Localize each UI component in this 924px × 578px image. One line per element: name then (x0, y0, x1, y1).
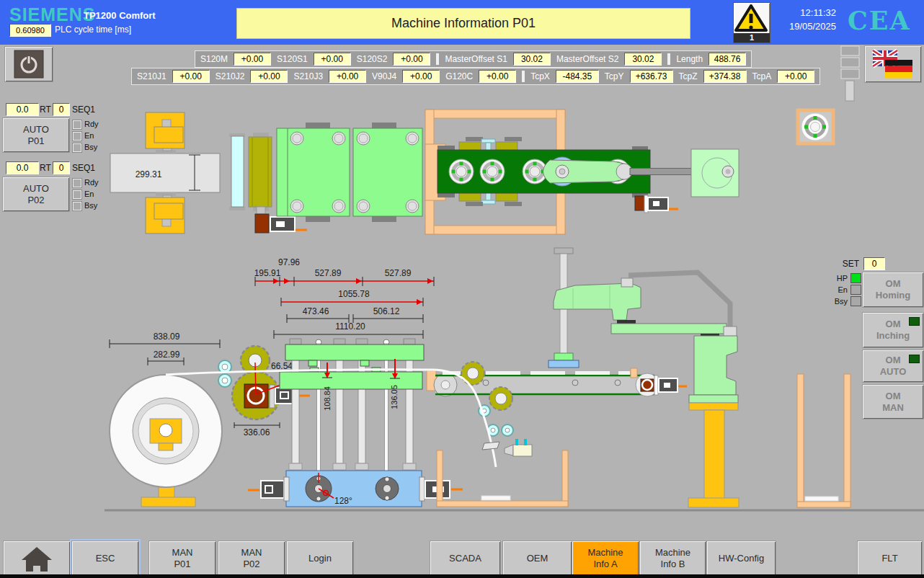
dim-total-red: 1055.78 (338, 289, 370, 299)
scrollbar-widget (841, 46, 859, 101)
machine-info-b-button[interactable]: Machine Info B (639, 541, 706, 576)
om-auto-button[interactable]: OM AUTO (862, 350, 924, 383)
om-homing-button[interactable]: OM Homing (862, 272, 924, 308)
scada-label: SCADA (449, 553, 481, 564)
panel-model-label: TP1200 Comfort (84, 10, 156, 21)
divider (667, 53, 670, 65)
scada-button[interactable]: SCADA (430, 541, 501, 576)
hw-config-button[interactable]: HW-Config (706, 541, 776, 576)
seq-field-p02[interactable]: 0 (53, 161, 70, 174)
om-inching-button[interactable]: OM Inching (862, 312, 924, 348)
dim-reel2: 282.99 (154, 350, 180, 360)
om-inching-indicator (909, 317, 920, 326)
alarm-button[interactable]: 1 (733, 2, 770, 43)
time-label: 12:11:32 (773, 6, 836, 19)
dim-top-offset: 97.96 (278, 257, 300, 267)
plc-cycle-label: PLC cycle time [ms] (55, 25, 131, 35)
dim-gear: 336.06 (244, 427, 270, 437)
press-tools (280, 339, 424, 389)
rdy-label-p02: Rdy (84, 178, 99, 187)
oem-label: OEM (527, 553, 548, 564)
dim-stroke1: 108.84 (323, 386, 332, 411)
hmi-screen: SIEMENS TP1200 Comfort 0.60980 PLC cycle… (0, 0, 924, 578)
om-auto-line2: AUTO (880, 366, 907, 378)
om-man-button[interactable]: OM MAN (862, 384, 924, 419)
readout-label: S120S2 (357, 54, 388, 64)
dim-seg3: 527.89 (385, 268, 412, 278)
clock: 12:11:32 19/05/2025 (773, 6, 836, 33)
power-button[interactable] (4, 46, 53, 82)
bsy-label-p01: Bsy (84, 143, 97, 151)
rt-field-p01[interactable]: 0.0 (6, 103, 39, 116)
seq-label-p01: SEQ1 (72, 105, 95, 115)
power-icon (13, 50, 45, 79)
divider (522, 71, 525, 82)
bsy-label-p02: Bsy (84, 201, 97, 210)
hp-label: HP (823, 274, 848, 283)
man-p01-line2: P01 (174, 559, 190, 570)
set-field[interactable]: 0 (863, 257, 885, 270)
readout-value: +0.00 (329, 70, 366, 83)
readout-value: +0.00 (402, 70, 440, 83)
bsy-indicator (850, 296, 861, 306)
rt-label-p01: RT (40, 105, 51, 115)
readout-value: +636.73 (630, 70, 673, 83)
home-button[interactable] (3, 541, 71, 576)
bsy-indicator-p02 (73, 202, 81, 210)
flt-button[interactable]: FLT (857, 541, 923, 576)
om-man-line2: MAN (882, 402, 904, 414)
flt-label: FLT (881, 553, 897, 564)
readout-label: S210J1 (137, 71, 166, 81)
en-label-p01: En (84, 131, 94, 140)
readout-value: 488.76 (708, 53, 746, 66)
dim-seg2: 527.89 (315, 268, 342, 278)
readout-label: S120S1 (277, 54, 308, 64)
machine-info-b-line2: Info B (661, 559, 685, 570)
man-p02-button[interactable]: MAN P02 (218, 541, 285, 576)
seq-field-p01[interactable]: 0 (53, 103, 70, 116)
auto-p02-button[interactable]: AUTO P02 (2, 177, 70, 212)
decoiler-reel (110, 375, 222, 507)
om-homing-line2: Homing (876, 290, 910, 301)
rt-label-p02: RT (40, 163, 51, 173)
divider (436, 53, 439, 65)
dim-seg1: 195.91 (254, 268, 281, 278)
header-bar: SIEMENS TP1200 Comfort 0.60980 PLC cycle… (0, 0, 924, 45)
language-button[interactable] (864, 45, 922, 83)
auto-p02-line1: AUTO (23, 183, 49, 195)
man-p02-line2: P02 (243, 559, 259, 570)
readout-label: G120C (445, 71, 473, 81)
set-label: SET (826, 259, 859, 269)
en-label: En (823, 285, 848, 294)
readout-value: +0.00 (250, 70, 288, 83)
siemens-logo: SIEMENS (9, 4, 96, 25)
dim-left-black: 473.46 (303, 306, 329, 316)
oem-button[interactable]: OEM (502, 541, 572, 576)
rt-field-p02[interactable]: 0.0 (6, 161, 39, 174)
readout-label: V90J4 (372, 71, 396, 81)
press-base: 128° (248, 471, 463, 507)
page-title: Machine Information P01 (236, 8, 690, 39)
readout-label: TcpY (605, 71, 624, 81)
machine-info-a-button[interactable]: Machine Info A (572, 541, 639, 576)
rdy-label-p01: Rdy (84, 120, 99, 128)
bearing-status-icon (798, 110, 833, 143)
readout-label: MasterOffset S2 (556, 54, 618, 64)
login-button[interactable]: Login (286, 541, 354, 576)
man-p01-button[interactable]: MAN P01 (148, 541, 216, 576)
cea-logo: CEA (848, 6, 911, 35)
machine-info-b-line1: Machine (655, 547, 690, 559)
om-inching-line2: Inching (876, 330, 910, 342)
hw-config-label: HW-Config (719, 553, 764, 564)
language-flags-icon (872, 49, 914, 79)
readout-label: MasterOffset S1 (445, 54, 507, 64)
web-guide-rollers (218, 360, 231, 387)
dim-right-black: 506.12 (373, 306, 400, 316)
stack-container (797, 374, 850, 507)
esc-button[interactable]: ESC (71, 541, 139, 576)
auto-p01-button[interactable]: AUTO P01 (2, 117, 70, 153)
press-columns (289, 339, 416, 481)
date-label: 19/05/2025 (773, 19, 836, 33)
om-homing-line1: OM (886, 278, 901, 290)
readout-row-2: S210J1 +0.00 S210J2 +0.00 S210J3 +0.00 V… (131, 68, 820, 85)
